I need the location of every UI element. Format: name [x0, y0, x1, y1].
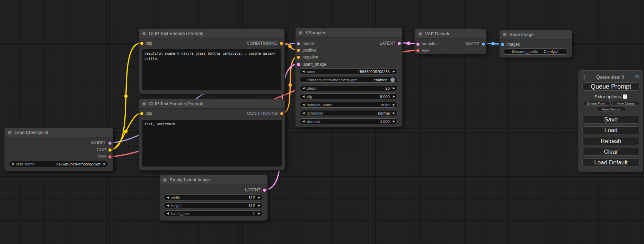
increment-arrow-icon[interactable]: ▶ — [393, 87, 395, 90]
widget-scheduler[interactable]: ◀schedulernormal▶ — [300, 110, 398, 116]
node-graph-canvas[interactable]: Load CheckpointMODELCLIPVAE◀ckpt_namev1-… — [0, 0, 644, 244]
increment-arrow-icon[interactable]: ▶ — [104, 163, 106, 165]
decrement-arrow-icon[interactable]: ◀ — [302, 103, 305, 106]
collapse-dot-icon[interactable] — [142, 32, 146, 35]
drag-handle-icon[interactable] — [582, 74, 585, 79]
node-ksampler[interactable]: KSamplermodelpositivenegativelatent_imag… — [295, 28, 403, 127]
view-queue-button[interactable]: View Queue — [612, 101, 639, 106]
input-slot-images: images — [500, 42, 572, 47]
node-load-checkpoint[interactable]: Load CheckpointMODELCLIPVAE◀ckpt_namev1-… — [4, 127, 113, 171]
decrement-arrow-icon[interactable]: ◀ — [302, 112, 305, 115]
increment-arrow-icon[interactable]: ▶ — [393, 120, 395, 123]
save-button[interactable]: Save — [582, 116, 639, 124]
extra-options-checkbox[interactable] — [623, 94, 627, 99]
output-slot-CLIP: CLIP — [5, 147, 113, 153]
node-title-bar[interactable]: KSampler — [295, 28, 402, 38]
widget-ckpt_name[interactable]: ◀ckpt_namev1-5-pruned-emaonly.ckpt▶ — [9, 161, 108, 167]
increment-arrow-icon[interactable]: ▶ — [258, 196, 260, 199]
node-vae-decode[interactable]: VAE DecodesamplesvaeIMAGE — [415, 29, 487, 54]
increment-arrow-icon[interactable]: ▶ — [258, 212, 260, 215]
decrement-arrow-icon[interactable]: ◀ — [302, 70, 305, 73]
decrement-arrow-icon[interactable]: ◀ — [11, 163, 14, 165]
input-slot-negative: negative — [295, 54, 402, 60]
widget-label: batch_size — [171, 211, 189, 216]
decrement-arrow-icon[interactable]: ◀ — [167, 196, 169, 199]
queue-front-button[interactable]: Queue Front — [582, 101, 610, 106]
output-port-CLIP-icon[interactable] — [108, 148, 112, 152]
output-slot-label: LATENT — [380, 40, 395, 46]
widget-width[interactable]: ◀width512▶ — [164, 195, 263, 200]
node-title: Empty Latent Image — [170, 177, 210, 182]
node-title-bar[interactable]: CLIP Text Encode (Prompt) — [139, 99, 285, 109]
node-title-bar[interactable]: VAE Decode — [415, 29, 486, 39]
input-port-vae-icon[interactable] — [416, 49, 420, 52]
queue-prompt-button[interactable]: Queue Prompt — [582, 82, 639, 91]
decrement-arrow-icon[interactable]: ◀ — [302, 120, 305, 123]
clear-button[interactable]: Clear — [582, 148, 639, 156]
widget-seed[interactable]: ◀seed156680208700286▶ — [300, 69, 398, 74]
widget-denoise[interactable]: ◀denoise1.000▶ — [300, 118, 398, 124]
widget-steps[interactable]: ◀steps20▶ — [300, 85, 398, 91]
output-port-MODEL-icon[interactable] — [108, 142, 112, 145]
input-port-positive-icon[interactable] — [297, 49, 300, 52]
input-slot-label: positive — [302, 47, 317, 53]
collapse-dot-icon[interactable] — [163, 178, 167, 182]
input-port-negative-icon[interactable] — [297, 56, 300, 59]
load-default-button[interactable]: Load Default — [582, 159, 639, 166]
node-title-bar[interactable]: Save Image — [500, 30, 572, 39]
node-clip-text-encode-negative[interactable]: CLIP Text Encode (Prompt)clipCONDITIONIN… — [139, 99, 285, 171]
collapse-dot-icon[interactable] — [8, 131, 11, 134]
output-port-CONDITIONING-icon[interactable] — [280, 112, 283, 115]
increment-arrow-icon[interactable]: ▶ — [258, 204, 260, 207]
node-clip-text-encode-positive[interactable]: CLIP Text Encode (Prompt)clipCONDITIONIN… — [139, 28, 285, 94]
prompt-textarea[interactable]: beautiful scenery nature glass bottle la… — [142, 49, 281, 90]
node-title: Load Checkpoint — [15, 130, 48, 135]
toggle-indicator-icon[interactable] — [390, 78, 395, 82]
node-title-bar[interactable]: Load Checkpoint — [5, 128, 113, 137]
decrement-arrow-icon[interactable]: ◀ — [167, 212, 169, 215]
decrement-arrow-icon[interactable]: ◀ — [302, 87, 305, 90]
extra-options-label: Extra options — [595, 94, 621, 99]
collapse-dot-icon[interactable] — [503, 33, 506, 36]
node-title-bar[interactable]: Empty Latent Image — [160, 175, 267, 185]
increment-arrow-icon[interactable]: ▶ — [393, 70, 395, 73]
output-port-VAE-icon[interactable] — [108, 155, 112, 159]
node-save-image[interactable]: Save Imageimagesfilename_prefixComfyUI — [499, 29, 572, 58]
widget-sampler_name[interactable]: ◀sampler_nameeuler▶ — [300, 102, 398, 108]
collapse-dot-icon[interactable] — [299, 31, 302, 35]
decrement-arrow-icon[interactable]: ◀ — [302, 95, 305, 98]
output-port-IMAGE-icon[interactable] — [482, 43, 485, 46]
refresh-button[interactable]: Refresh — [582, 137, 639, 145]
node-title: CLIP Text Encode (Prompt) — [149, 31, 204, 36]
widget-height[interactable]: ◀height512▶ — [164, 202, 263, 208]
increment-arrow-icon[interactable]: ▶ — [393, 112, 395, 115]
decrement-arrow-icon[interactable]: ◀ — [167, 204, 169, 207]
view-history-button[interactable]: View History — [596, 107, 626, 111]
input-port-latent_image-icon[interactable] — [297, 63, 300, 66]
output-port-LATENT-icon[interactable] — [263, 189, 266, 192]
widget-cfg[interactable]: ◀cfg8.000▶ — [300, 93, 398, 99]
output-port-CONDITIONING-icon[interactable] — [280, 42, 283, 45]
input-slot-positive: positive — [295, 47, 402, 53]
collapse-dot-icon[interactable] — [142, 102, 146, 106]
widget-filename_prefix[interactable]: filename_prefixComfyUI — [504, 48, 567, 55]
widget-batch_size[interactable]: ◀batch_size1▶ — [164, 210, 263, 216]
widget-value: 512 — [248, 204, 255, 208]
settings-gear-icon[interactable]: ⚙ — [635, 74, 639, 80]
prompt-textarea[interactable]: text, watermark — [142, 120, 282, 166]
collapse-dot-icon[interactable] — [418, 32, 422, 36]
queue-size-label: Queue size: 0 — [585, 74, 635, 80]
input-slot-label: images — [506, 42, 520, 47]
widget-label: width — [171, 196, 180, 200]
widget-value: euler — [381, 103, 389, 107]
increment-arrow-icon[interactable]: ▶ — [393, 95, 395, 98]
node-title-bar[interactable]: CLIP Text Encode (Prompt) — [139, 29, 284, 38]
load-button[interactable]: Load — [582, 126, 639, 134]
widget-label: cfg — [307, 94, 312, 99]
increment-arrow-icon[interactable]: ▶ — [393, 103, 395, 106]
output-slot-IMAGE: IMAGE — [415, 41, 486, 47]
input-port-images-icon[interactable] — [501, 43, 504, 46]
widget-Random seed after every gen[interactable]: Random seed after every genenabled — [300, 77, 398, 83]
output-port-LATENT-icon[interactable] — [398, 42, 401, 45]
node-empty-latent-image[interactable]: Empty Latent ImageLATENT◀width512▶◀heigh… — [159, 175, 268, 221]
